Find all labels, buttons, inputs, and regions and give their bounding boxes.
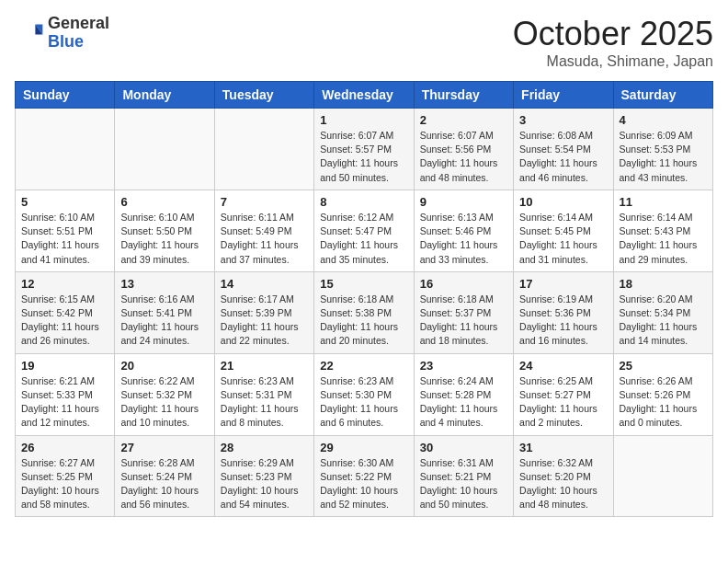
day-cell: 27Sunrise: 6:28 AM Sunset: 5:24 PM Dayli… [115,435,214,517]
day-info: Sunrise: 6:09 AM Sunset: 5:53 PM Dayligh… [620,129,707,185]
day-number: 20 [120,359,208,373]
day-number: 10 [519,195,607,209]
day-info: Sunrise: 6:29 AM Sunset: 5:23 PM Dayligh… [221,456,308,512]
day-cell [115,109,214,190]
day-number: 31 [519,441,607,454]
day-info: Sunrise: 6:08 AM Sunset: 5:54 PM Dayligh… [519,129,607,185]
day-number: 21 [221,359,308,373]
day-info: Sunrise: 6:07 AM Sunset: 5:57 PM Dayligh… [320,129,407,185]
day-info: Sunrise: 6:18 AM Sunset: 5:37 PM Dayligh… [420,293,507,349]
page-header: General Blue October 2025 Masuda, Shiman… [15,15,713,70]
day-cell: 11Sunrise: 6:14 AM Sunset: 5:43 PM Dayli… [613,190,712,271]
day-info: Sunrise: 6:23 AM Sunset: 5:31 PM Dayligh… [221,374,308,431]
day-info: Sunrise: 6:07 AM Sunset: 5:56 PM Dayligh… [420,129,507,185]
day-number: 18 [620,277,707,291]
logo-general-text: General [48,14,109,32]
weekday-header-thursday: Thursday [414,82,513,109]
day-cell: 3Sunrise: 6:08 AM Sunset: 5:54 PM Daylig… [514,109,613,190]
day-info: Sunrise: 6:10 AM Sunset: 5:51 PM Dayligh… [21,211,108,267]
day-cell: 19Sunrise: 6:21 AM Sunset: 5:33 PM Dayli… [16,353,115,435]
day-number: 24 [519,359,607,373]
logo-icon [15,18,44,48]
day-number: 17 [519,277,607,291]
day-cell: 5Sunrise: 6:10 AM Sunset: 5:51 PM Daylig… [16,190,115,271]
day-number: 2 [420,113,507,127]
day-info: Sunrise: 6:22 AM Sunset: 5:32 PM Dayligh… [120,374,208,431]
day-cell: 1Sunrise: 6:07 AM Sunset: 5:57 PM Daylig… [314,109,414,190]
day-number: 15 [320,277,407,291]
day-cell: 24Sunrise: 6:25 AM Sunset: 5:27 PM Dayli… [514,353,613,435]
week-row-1: 1Sunrise: 6:07 AM Sunset: 5:57 PM Daylig… [16,109,713,190]
day-number: 29 [320,441,407,454]
day-info: Sunrise: 6:23 AM Sunset: 5:30 PM Dayligh… [320,374,407,431]
day-number: 23 [420,359,507,373]
title-block: October 2025 Masuda, Shimane, Japan [513,15,713,70]
day-info: Sunrise: 6:12 AM Sunset: 5:47 PM Dayligh… [320,211,407,267]
day-number: 25 [620,359,707,373]
day-number: 22 [320,359,407,373]
weekday-header-tuesday: Tuesday [214,82,313,109]
day-cell: 16Sunrise: 6:18 AM Sunset: 5:37 PM Dayli… [414,271,513,353]
weekday-header-monday: Monday [115,82,214,109]
day-number: 27 [120,441,208,454]
day-cell: 21Sunrise: 6:23 AM Sunset: 5:31 PM Dayli… [214,353,313,435]
day-cell: 12Sunrise: 6:15 AM Sunset: 5:42 PM Dayli… [16,271,115,353]
day-number: 7 [221,195,308,209]
day-info: Sunrise: 6:11 AM Sunset: 5:49 PM Dayligh… [221,211,308,267]
day-number: 3 [519,113,607,127]
day-cell: 25Sunrise: 6:26 AM Sunset: 5:26 PM Dayli… [613,353,712,435]
day-info: Sunrise: 6:18 AM Sunset: 5:38 PM Dayligh… [320,293,407,349]
day-number: 11 [620,195,707,209]
day-cell: 29Sunrise: 6:30 AM Sunset: 5:22 PM Dayli… [314,435,414,517]
day-number: 6 [120,195,208,209]
day-number: 1 [320,113,407,127]
day-info: Sunrise: 6:16 AM Sunset: 5:41 PM Dayligh… [120,293,208,349]
day-info: Sunrise: 6:28 AM Sunset: 5:24 PM Dayligh… [120,456,208,512]
day-cell: 4Sunrise: 6:09 AM Sunset: 5:53 PM Daylig… [613,109,712,190]
week-row-3: 12Sunrise: 6:15 AM Sunset: 5:42 PM Dayli… [16,271,713,353]
day-number: 30 [420,441,507,454]
day-info: Sunrise: 6:17 AM Sunset: 5:39 PM Dayligh… [221,293,308,349]
day-cell: 28Sunrise: 6:29 AM Sunset: 5:23 PM Dayli… [214,435,313,517]
day-cell: 14Sunrise: 6:17 AM Sunset: 5:39 PM Dayli… [214,271,313,353]
day-number: 5 [21,195,108,209]
week-row-5: 26Sunrise: 6:27 AM Sunset: 5:25 PM Dayli… [16,435,713,517]
day-cell: 8Sunrise: 6:12 AM Sunset: 5:47 PM Daylig… [314,190,414,271]
day-info: Sunrise: 6:10 AM Sunset: 5:50 PM Dayligh… [120,211,208,267]
day-cell: 20Sunrise: 6:22 AM Sunset: 5:32 PM Dayli… [115,353,214,435]
day-number: 8 [320,195,407,209]
day-number: 4 [620,113,707,127]
weekday-header-friday: Friday [514,82,613,109]
location-title: Masuda, Shimane, Japan [513,53,713,70]
weekday-header-wednesday: Wednesday [314,82,414,109]
day-cell: 13Sunrise: 6:16 AM Sunset: 5:41 PM Dayli… [115,271,214,353]
day-cell: 7Sunrise: 6:11 AM Sunset: 5:49 PM Daylig… [214,190,313,271]
day-cell: 23Sunrise: 6:24 AM Sunset: 5:28 PM Dayli… [414,353,513,435]
week-row-2: 5Sunrise: 6:10 AM Sunset: 5:51 PM Daylig… [16,190,713,271]
day-cell: 6Sunrise: 6:10 AM Sunset: 5:50 PM Daylig… [115,190,214,271]
day-number: 12 [21,277,108,291]
day-cell [214,109,313,190]
calendar-table: SundayMondayTuesdayWednesdayThursdayFrid… [15,81,713,517]
day-number: 13 [120,277,208,291]
day-info: Sunrise: 6:24 AM Sunset: 5:28 PM Dayligh… [420,374,507,431]
day-cell: 26Sunrise: 6:27 AM Sunset: 5:25 PM Dayli… [16,435,115,517]
day-cell [16,109,115,190]
day-number: 16 [420,277,507,291]
day-info: Sunrise: 6:31 AM Sunset: 5:21 PM Dayligh… [420,456,507,512]
day-number: 14 [221,277,308,291]
day-cell: 18Sunrise: 6:20 AM Sunset: 5:34 PM Dayli… [613,271,712,353]
day-info: Sunrise: 6:19 AM Sunset: 5:36 PM Dayligh… [519,293,607,349]
day-info: Sunrise: 6:14 AM Sunset: 5:43 PM Dayligh… [620,211,707,267]
weekday-header-row: SundayMondayTuesdayWednesdayThursdayFrid… [16,82,713,109]
day-info: Sunrise: 6:13 AM Sunset: 5:46 PM Dayligh… [420,211,507,267]
day-info: Sunrise: 6:26 AM Sunset: 5:26 PM Dayligh… [620,374,707,431]
weekday-header-sunday: Sunday [16,82,115,109]
day-number: 9 [420,195,507,209]
month-title: October 2025 [513,15,713,53]
day-number: 28 [221,441,308,454]
day-cell: 2Sunrise: 6:07 AM Sunset: 5:56 PM Daylig… [414,109,513,190]
logo-blue-text: Blue [48,32,84,51]
day-cell: 30Sunrise: 6:31 AM Sunset: 5:21 PM Dayli… [414,435,513,517]
logo: General Blue [15,15,109,52]
